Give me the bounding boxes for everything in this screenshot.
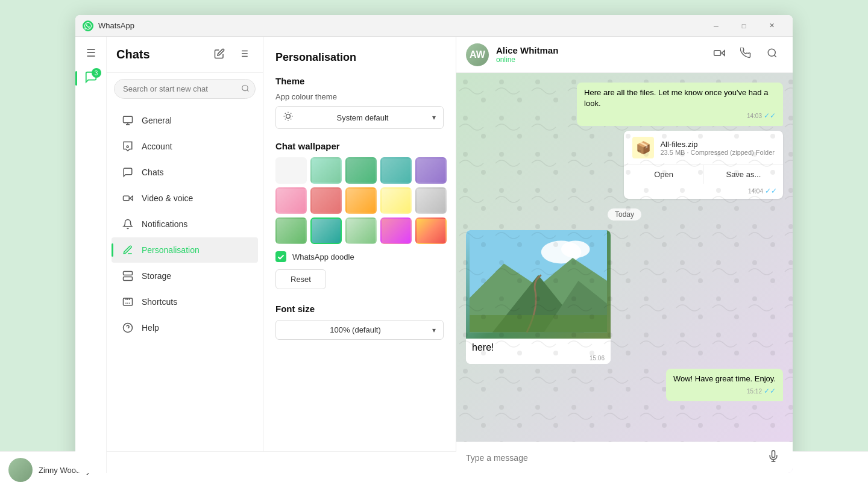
- wallpaper-swatch-1[interactable]: [275, 157, 307, 184]
- sidebar-item-label-personalisation: Personalisation: [142, 245, 200, 255]
- sidebar-item-shortcuts[interactable]: Shortcuts: [112, 289, 258, 314]
- wallpaper-section-title: Chat wallpaper: [275, 141, 444, 151]
- doodle-checkbox-row: WhatsApp doodle: [275, 251, 444, 262]
- sidebar-item-notifications[interactable]: Notifications: [112, 211, 258, 237]
- svg-rect-7: [124, 116, 133, 123]
- file-open-button[interactable]: Open: [624, 165, 703, 184]
- wallpaper-swatch-4[interactable]: [380, 157, 412, 184]
- sidebar-item-account[interactable]: Account: [112, 134, 258, 159]
- wallpaper-swatch-3[interactable]: [345, 157, 377, 184]
- theme-dropdown-icon: [283, 111, 293, 124]
- svg-rect-10: [124, 277, 133, 281]
- svg-rect-33: [470, 315, 607, 333]
- svg-point-16: [286, 114, 291, 119]
- sidebar-item-help[interactable]: Help: [112, 315, 258, 340]
- window-controls: ─ □ ✕: [702, 15, 785, 37]
- settings-nav-header: Chats: [107, 37, 263, 73]
- voice-call-button[interactable]: [735, 44, 756, 66]
- font-section-title: Font size: [275, 304, 444, 314]
- read-check-1: ✓✓: [764, 111, 776, 121]
- wallpaper-swatch-14[interactable]: [380, 217, 412, 244]
- search-icon: [241, 84, 250, 94]
- close-button[interactable]: ✕: [758, 15, 785, 37]
- sidebar-item-label-account: Account: [142, 142, 172, 151]
- sidebar-item-chats[interactable]: Chats: [112, 160, 258, 185]
- wallpaper-swatch-11[interactable]: [275, 217, 307, 244]
- image-message: here! 15:06: [466, 230, 611, 364]
- font-section: Font size 100% (default) ▾: [275, 304, 444, 340]
- message-5: Wow! Have great time. Enjoy. 15:12 ✓✓: [666, 369, 783, 401]
- compose-button[interactable]: [210, 45, 229, 64]
- phone-icon: [740, 48, 751, 61]
- video-call-button[interactable]: [708, 44, 730, 66]
- video-call-icon: [713, 47, 725, 62]
- doodle-checkbox[interactable]: [275, 251, 286, 262]
- file-save-button[interactable]: Save as...: [704, 165, 783, 184]
- sidebar-item-label-notifications: Notifications: [142, 219, 187, 229]
- chat-input-bar: [456, 442, 793, 473]
- reset-button[interactable]: Reset: [275, 269, 326, 289]
- svg-line-20: [291, 119, 291, 119]
- message-1: Here are all the files. Let me know once…: [577, 83, 783, 126]
- font-dropdown-text: 100% (default): [283, 325, 427, 334]
- chat-image: [466, 230, 611, 339]
- chats-button[interactable]: 3: [80, 67, 102, 90]
- sidebar-item-video-voice[interactable]: Video & voice: [112, 186, 258, 211]
- theme-section-title: Theme: [275, 76, 444, 86]
- chat-input-field[interactable]: [466, 453, 758, 463]
- filter-button[interactable]: [234, 45, 253, 64]
- sidebar-item-storage[interactable]: Storage: [112, 263, 258, 289]
- wallpaper-swatch-2[interactable]: [310, 157, 342, 184]
- settings-nav: Chats: [107, 37, 263, 473]
- app-window: WhatsApp ─ □ ✕ ☰ 3: [75, 15, 793, 473]
- storage-icon: [121, 269, 134, 283]
- theme-dropdown[interactable]: System default ▾: [275, 106, 444, 129]
- minimize-button[interactable]: ─: [702, 15, 730, 37]
- sidebar-item-label-shortcuts: Shortcuts: [142, 297, 177, 307]
- video-voice-icon: [121, 192, 134, 205]
- app-logo: [83, 20, 93, 31]
- maximize-button[interactable]: □: [730, 15, 758, 37]
- wallpaper-swatch-15[interactable]: [415, 217, 447, 244]
- read-check-5: ✓✓: [764, 386, 776, 396]
- wallpaper-swatch-8[interactable]: [345, 187, 377, 214]
- sidebar-item-label-general: General: [142, 116, 172, 125]
- file-meta: 23.5 MB · Compressed (zipped) Folder: [660, 149, 775, 156]
- message-time-1: 14:03 ✓✓: [584, 111, 776, 121]
- wallpaper-swatch-13[interactable]: [345, 217, 377, 244]
- app-body: ☰ 3 Chats: [75, 37, 793, 473]
- chat-area: AW Alice Whitman online: [456, 37, 793, 473]
- search-chat-button[interactable]: [761, 44, 783, 66]
- compose-icon: [214, 48, 225, 61]
- sidebar-item-general[interactable]: General: [112, 108, 258, 133]
- font-size-dropdown[interactable]: 100% (default) ▾: [275, 320, 444, 340]
- wallpaper-grid: [275, 157, 444, 244]
- title-bar: WhatsApp ─ □ ✕: [75, 15, 793, 37]
- mic-button[interactable]: [764, 448, 783, 468]
- sidebar-item-label-video: Video & voice: [142, 193, 193, 203]
- personalisation-panel: Personalisation Theme App colour theme S…: [263, 37, 456, 473]
- menu-button[interactable]: ☰: [80, 42, 102, 64]
- nav-items: General Account: [107, 105, 263, 473]
- shortcuts-icon: [121, 295, 134, 308]
- general-icon: [121, 114, 134, 127]
- wallpaper-swatch-9[interactable]: [380, 187, 412, 214]
- wallpaper-swatch-5[interactable]: [415, 157, 447, 184]
- theme-dropdown-text: System default: [298, 113, 427, 122]
- wallpaper-swatch-10[interactable]: [415, 187, 447, 214]
- doodle-checkbox-label: WhatsApp doodle: [292, 252, 354, 261]
- wallpaper-swatch-12[interactable]: [310, 217, 342, 244]
- svg-rect-25: [714, 51, 721, 55]
- wallpaper-swatch-6[interactable]: [275, 187, 307, 214]
- image-time: 15:06: [472, 355, 605, 361]
- sidebar-item-personalisation[interactable]: Personalisation: [112, 237, 258, 263]
- chat-messages: Here are all the files. Let me know once…: [456, 73, 793, 442]
- search-input[interactable]: [114, 79, 256, 99]
- sidebar-item-label-storage: Storage: [142, 271, 171, 281]
- svg-line-23: [285, 119, 286, 119]
- app-title: WhatsApp: [98, 21, 702, 30]
- svg-point-26: [768, 49, 775, 56]
- file-message-2: 📦 All-files.zip 23.5 MB · Compressed (zi…: [624, 131, 783, 199]
- file-message-time: 14:04 ✓✓: [624, 186, 783, 199]
- wallpaper-swatch-7[interactable]: [310, 187, 342, 214]
